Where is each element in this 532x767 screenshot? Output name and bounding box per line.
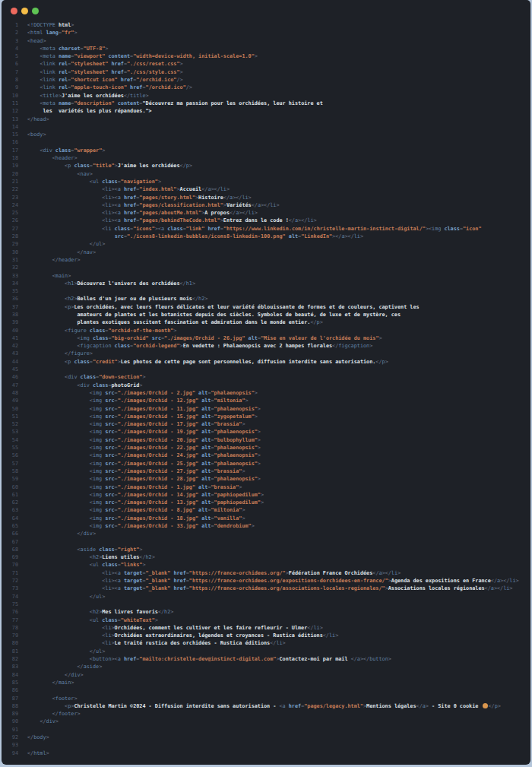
token-text [27,374,65,380]
token-punct: > [378,335,382,341]
token-punct: > [335,632,338,639]
code-line: 59 <img src="./images/Orchid - 28.jpg" a… [2,475,530,483]
token-punct: > [81,672,84,678]
token-text [27,531,77,537]
token-string: "https://france-orchidees.org/associatio… [189,585,385,591]
token-attr: class [167,226,182,232]
token-string: "paphiopedilum" [214,499,261,506]
token-string: "links" [121,562,143,568]
token-tag: figure [71,350,90,357]
token-attr: class [74,163,89,169]
token-attr: class [90,328,105,334]
token-attr: src [105,461,114,467]
code-line-content: </ul> [18,240,530,248]
line-number: 91 [2,726,18,734]
token-attr: class [99,547,114,553]
code-line: 5 <meta name="viewport" content="width=d… [2,52,530,60]
code-line: 1<!DOCTYPE html> [2,21,530,29]
token-string: "index.html" [139,186,176,192]
code-line: 65 <img src="./images/Orchid - 33.jpg" a… [2,522,530,530]
token-punct: > [152,554,155,560]
token-text: "Découvrez ma passion pour les orchidées… [142,100,322,106]
code-line-content: <h2>Mes livres favoris</h2> [18,608,530,616]
token-tag: img [93,429,102,435]
code-line: 88 <p>Christelle Martin ©2024 - Diffusio… [2,702,530,710]
line-number: 56 [2,452,18,459]
token-text [27,476,90,482]
code-line: 4 <meta charset="UTF-8"> [2,45,530,52]
token-punct: </ [351,656,357,662]
close-button[interactable] [11,8,17,14]
code-line-content: </ul> [18,648,530,655]
code-line: 45 [2,366,530,373]
token-string: "https://france-orchidees.org/" [189,570,286,576]
line-number: 38 [2,311,18,319]
token-attr: class [102,562,117,568]
code-line: 84 </div> [2,671,530,679]
line-number: 44 [2,358,18,366]
token-attr: alt [201,421,211,427]
code-line-content: <img src="./images/Orchid - 2.jpg" alt="… [18,389,530,397]
token-text [27,163,65,169]
token-tag: img [93,468,102,474]
token-tag: footer [59,711,78,717]
token-punct: > [170,609,173,615]
token-punct: > [142,374,145,380]
token-attr: src [105,421,114,427]
code-line-content: les variétés les plus répandues."> [18,107,530,115]
token-attr: alt [289,233,298,239]
code-line-content: <li>Le traité rustica des orchidées - Ru… [18,639,530,647]
token-string: "wrapper" [74,147,102,154]
minimize-button[interactable] [21,8,28,14]
line-number: 51 [2,413,18,420]
code-line-content: <li>Orchidées extraordinaires, légendes … [18,632,530,639]
token-string: "icon" [463,226,482,232]
code-line: 6 <link rel="stylesheet" href="./css/res… [2,60,530,68]
code-editor[interactable]: 1<!DOCTYPE html>2<html lang="fr">3<head>… [2,21,530,757]
token-punct: > [258,429,261,435]
token-string: "whiteText" [121,617,155,623]
token-text: A propos [204,210,230,216]
token-tag: img [93,515,102,521]
line-number: 62 [2,499,18,506]
token-attr: name [59,53,71,59]
code-line-content: <div class=photoGrid> [18,382,530,389]
line-number: 46 [2,373,18,381]
token-attr: href [124,186,136,192]
token-text [27,523,90,529]
token-string: "phalaenopsis" [214,445,258,451]
line-number: 82 [2,655,18,663]
code-line-content: <img src="./images/Orchid - 15.jpg" alt=… [18,413,530,420]
token-punct: > [105,46,108,52]
token-tag: img [93,406,102,412]
code-line: 82 <button><a href="mailto:christelle-de… [2,655,530,663]
token-punct: </ [90,241,96,247]
token-punct: > [71,680,74,686]
token-attr: alt [201,398,211,404]
token-string: "paphiopedilum" [214,492,261,498]
code-line-content: <img src="./images/Orchid - 18.jpg" alt=… [18,515,530,522]
token-text: Découvrez l'univers des orchidées [77,280,179,287]
zoom-button[interactable] [32,8,39,14]
token-tag: li [105,202,111,208]
code-line-content: <h2>Liens utiles</h2> [18,553,530,561]
token-text: Liens utiles [102,554,139,560]
line-number: 23 [2,194,18,201]
code-line-content: <body> [18,131,530,138]
token-text: les variétés les plus répandues."> [27,108,152,114]
token-text: Variétés [226,202,252,208]
token-string: "title" [93,163,115,169]
token-attr: alt [201,492,211,498]
line-number: 80 [2,639,18,647]
code-line: 12 les variétés les plus répandues."> [2,107,530,115]
token-attr: src [152,335,161,341]
token-attr: rel [59,69,68,75]
code-line-content: <title>J'aime les orchidées</title> [18,92,530,100]
token-string: "./images/Orchid - 18.jpg" [118,515,198,521]
token-string: "LinkedIn" [301,233,332,239]
token-punct: > [139,382,142,388]
token-string: "./images/Orchid - 24.jpg" [118,452,198,458]
token-text [27,382,77,388]
token-string: "phalaenopsis" [214,476,258,482]
token-text [27,461,90,467]
